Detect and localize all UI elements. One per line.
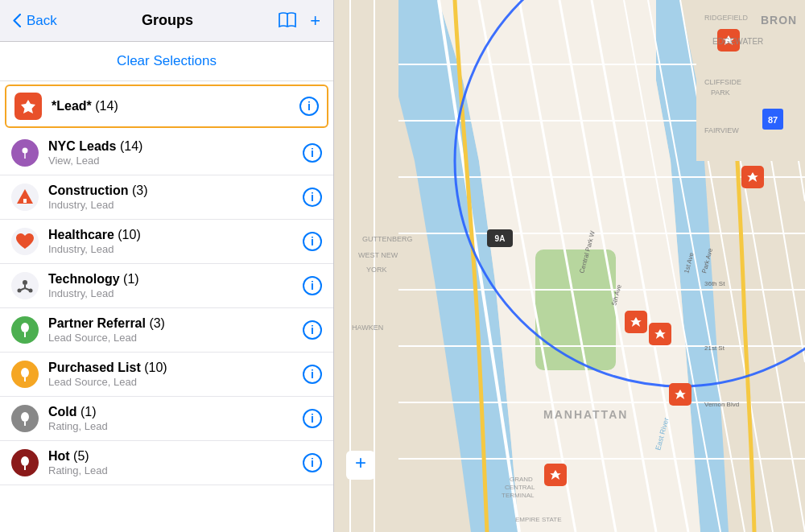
item-sub: Rating, Lead xyxy=(48,420,296,432)
svg-text:MANHATTAN: MANHATTAN xyxy=(543,408,628,421)
svg-rect-4 xyxy=(23,199,27,203)
item-sub: Industry, Lead xyxy=(48,199,296,211)
svg-point-5 xyxy=(23,280,27,285)
svg-line-10 xyxy=(25,288,31,291)
svg-text:HAWKEN: HAWKEN xyxy=(352,324,383,332)
item-name: Purchased List (10) xyxy=(48,361,296,375)
list-item[interactable]: Healthcare (10) Industry, Lead i xyxy=(0,220,333,264)
svg-text:WEST NEW: WEST NEW xyxy=(358,251,398,259)
info-button[interactable]: i xyxy=(303,232,322,251)
item-name: Healthcare (10) xyxy=(48,228,296,242)
svg-text:BRON: BRON xyxy=(761,14,797,27)
svg-text:FAIRVIEW: FAIRVIEW xyxy=(704,126,739,134)
info-button[interactable]: i xyxy=(303,365,322,384)
svg-text:YORK: YORK xyxy=(366,266,387,274)
svg-point-11 xyxy=(21,323,29,332)
nav-title: Groups xyxy=(142,12,193,29)
hot-icon xyxy=(11,449,39,476)
svg-text:TERMINAL: TERMINAL xyxy=(502,492,535,499)
list-item[interactable]: Purchased List (10) Lead Source, Lead i xyxy=(0,353,333,397)
svg-text:EDGEWATER: EDGEWATER xyxy=(712,37,763,46)
svg-text:PARK: PARK xyxy=(711,89,730,97)
item-sub: View, Lead xyxy=(48,155,296,167)
list-item[interactable]: Partner Referral (3) Lead Source, Lead i xyxy=(0,308,333,353)
svg-text:CENTRAL: CENTRAL xyxy=(505,484,535,491)
svg-text:RIDGEFIELD: RIDGEFIELD xyxy=(704,14,749,22)
item-text: Purchased List (10) Lead Source, Lead xyxy=(48,361,296,388)
back-label: Back xyxy=(27,13,57,29)
left-panel: Back Groups + Clear Selections xyxy=(0,0,334,532)
item-name: Construction (3) xyxy=(48,184,296,198)
info-button[interactable]: i xyxy=(303,276,322,295)
info-button[interactable]: i xyxy=(303,409,322,428)
item-text: Partner Referral (3) Lead Source, Lead xyxy=(48,316,296,344)
plus-icon[interactable]: + xyxy=(310,10,320,31)
svg-text:CLIFFSIDE: CLIFFSIDE xyxy=(704,78,741,86)
item-name: Cold (1) xyxy=(48,405,296,419)
map-panel: MANHATTAN GUTTENBERG WEST NEW YORK 9A xyxy=(334,0,805,532)
svg-point-12 xyxy=(21,368,29,377)
list-item[interactable]: Hot (5) Rating, Lead i xyxy=(0,441,333,485)
book-icon[interactable] xyxy=(278,10,297,31)
svg-text:9A: 9A xyxy=(495,234,506,243)
info-button[interactable]: i xyxy=(303,143,322,163)
item-text: Cold (1) Rating, Lead xyxy=(48,405,296,432)
nyc-leads-icon xyxy=(11,139,39,167)
item-sub: Lead Source, Lead xyxy=(48,332,296,344)
info-button[interactable]: i xyxy=(299,97,319,116)
list-item[interactable]: NYC Leads (14) View, Lead i xyxy=(0,131,333,175)
info-button[interactable]: i xyxy=(303,320,322,340)
svg-text:87: 87 xyxy=(768,115,778,125)
item-sub: Industry, Lead xyxy=(48,287,296,299)
list-item[interactable]: Technology (1) Industry, Lead i xyxy=(0,264,333,308)
list-item[interactable]: Construction (3) Industry, Lead i xyxy=(0,175,333,220)
info-button[interactable]: i xyxy=(303,188,322,207)
back-button[interactable]: Back xyxy=(13,13,57,29)
svg-text:EMPIRE STATE: EMPIRE STATE xyxy=(515,516,562,523)
svg-point-13 xyxy=(21,412,29,422)
list-item[interactable]: *Lead* (14) i xyxy=(5,85,328,128)
item-text: Hot (5) Rating, Lead xyxy=(48,449,296,476)
svg-point-2 xyxy=(23,148,28,154)
info-button[interactable]: i xyxy=(303,453,322,472)
item-text: Healthcare (10) Industry, Lead xyxy=(48,228,296,255)
svg-text:Vernon Blvd: Vernon Blvd xyxy=(704,401,739,408)
svg-text:+: + xyxy=(355,452,366,473)
svg-point-14 xyxy=(21,456,29,466)
cold-icon xyxy=(11,405,39,432)
item-text: *Lead* (14) xyxy=(52,99,293,113)
item-name: Hot (5) xyxy=(48,449,296,464)
svg-text:GRAND: GRAND xyxy=(510,476,533,483)
partner-referral-icon xyxy=(11,316,39,344)
item-sub: Industry, Lead xyxy=(48,243,296,255)
nav-bar: Back Groups + xyxy=(0,0,333,42)
purchased-list-icon xyxy=(11,361,39,388)
list-item[interactable]: Cold (1) Rating, Lead i xyxy=(0,397,333,441)
nav-actions: + xyxy=(278,10,320,31)
item-name: Partner Referral (3) xyxy=(48,316,296,331)
svg-text:21st St: 21st St xyxy=(704,344,725,352)
svg-marker-1 xyxy=(21,100,35,113)
item-text: Construction (3) Industry, Lead xyxy=(48,184,296,211)
item-sub: Lead Source, Lead xyxy=(48,376,296,388)
item-name: *Lead* (14) xyxy=(52,99,118,113)
clear-selections-bar[interactable]: Clear Selections xyxy=(0,42,333,81)
item-name: Technology (1) xyxy=(48,272,296,287)
construction-icon xyxy=(11,184,39,211)
group-list: *Lead* (14) i NYC Leads (14) View, Lead … xyxy=(0,81,333,532)
item-sub: Rating, Lead xyxy=(48,464,296,476)
svg-line-9 xyxy=(19,288,25,291)
clear-selections-text[interactable]: Clear Selections xyxy=(117,53,217,68)
technology-icon xyxy=(11,272,39,299)
svg-text:36th St: 36th St xyxy=(704,280,725,287)
item-text: Technology (1) Industry, Lead xyxy=(48,272,296,299)
healthcare-icon xyxy=(11,228,39,255)
item-name: NYC Leads (14) xyxy=(48,139,296,154)
item-text: NYC Leads (14) View, Lead xyxy=(48,139,296,167)
lead-icon xyxy=(14,93,42,120)
svg-text:GUTTENBERG: GUTTENBERG xyxy=(362,235,413,243)
